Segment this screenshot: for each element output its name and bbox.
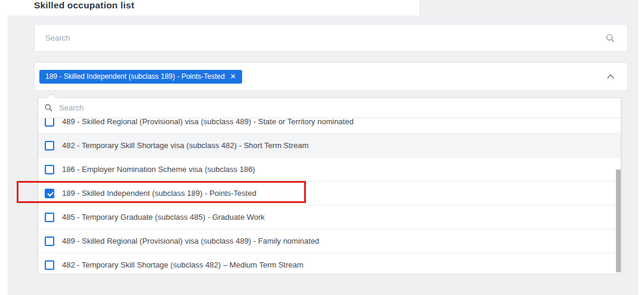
chip-remove-icon[interactable]: ✕ xyxy=(230,73,236,80)
checkbox[interactable] xyxy=(45,141,54,150)
checkbox[interactable] xyxy=(45,213,54,222)
dropdown-panel: 489 - Skilled Regional (Provisional) vis… xyxy=(38,97,621,274)
list-item-label: 186 - Employer Nomination Scheme visa (s… xyxy=(62,165,255,174)
checkbox[interactable] xyxy=(45,260,54,270)
list-item-label: 489 - Skilled Regional (Provisional) vis… xyxy=(62,118,354,126)
search-bar xyxy=(34,24,628,52)
dropdown-search-bar xyxy=(38,98,621,118)
list-item-label: 482 - Temporary Skill Shortage (subclass… xyxy=(62,260,304,269)
list-item[interactable]: 489 - Skilled Regional (Provisional) vis… xyxy=(38,229,621,253)
list-item[interactable]: 482 - Temporary Skill Shortage (subclass… xyxy=(38,253,621,274)
checkbox[interactable] xyxy=(45,118,54,127)
page-title: Skilled occupation list xyxy=(34,0,134,11)
scrollbar-thumb[interactable] xyxy=(616,170,621,272)
checkbox[interactable] xyxy=(45,165,54,174)
list-item[interactable]: 186 - Employer Nomination Scheme visa (s… xyxy=(38,158,621,182)
list-item-label: 482 - Temporary Skill Shortage visa (sub… xyxy=(62,141,309,150)
occupation-multiselect[interactable]: 189 - Skilled Independent (subclass 189)… xyxy=(34,62,628,91)
list-item[interactable]: 485 - Temporary Graduate (subclass 485) … xyxy=(38,205,621,229)
checkbox[interactable] xyxy=(45,236,54,246)
list-item[interactable]: 489 - Skilled Regional (Provisional) vis… xyxy=(38,118,621,134)
list-item-label: 189 - Skilled Independent (subclass 189)… xyxy=(62,189,256,198)
chevron-up-icon[interactable] xyxy=(606,73,615,80)
chip-label: 189 - Skilled Independent (subclass 189)… xyxy=(45,73,225,80)
list-item-label: 489 - Skilled Regional (Provisional) vis… xyxy=(62,236,319,245)
search-input[interactable] xyxy=(35,24,627,51)
options-list: 489 - Skilled Regional (Provisional) vis… xyxy=(38,118,621,274)
dropdown-search-input[interactable] xyxy=(58,103,621,113)
page: Skilled occupation list 189 - Skilled In… xyxy=(0,0,644,295)
search-icon xyxy=(605,33,615,43)
search-icon xyxy=(44,103,53,112)
list-item[interactable]: 189 - Skilled Independent (subclass 189)… xyxy=(38,182,621,205)
checkbox[interactable] xyxy=(45,189,54,198)
selected-chip[interactable]: 189 - Skilled Independent (subclass 189)… xyxy=(39,70,242,84)
list-item-label: 485 - Temporary Graduate (subclass 485) … xyxy=(62,213,265,222)
list-item[interactable]: 482 - Temporary Skill Shortage visa (sub… xyxy=(38,134,621,158)
